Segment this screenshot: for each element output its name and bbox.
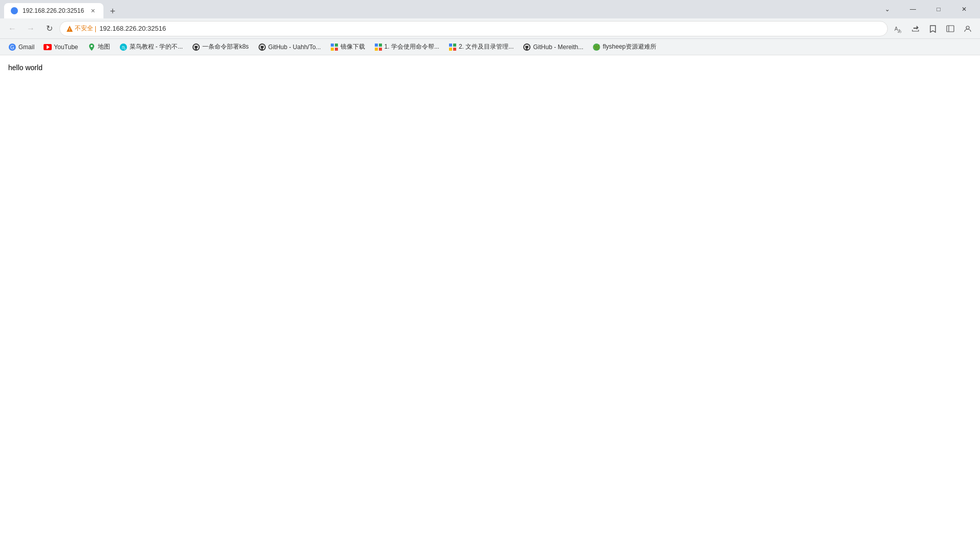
reload-button[interactable]: ↻ xyxy=(41,20,57,37)
toolbar-right-actions: A あ xyxy=(890,20,976,37)
bookmark-github2-label: GitHub - Uahh/To... xyxy=(268,44,321,51)
active-tab[interactable]: 192.168.226.20:32516 ✕ xyxy=(4,3,103,18)
bookmark-github2[interactable]: GitHub - Uahh/To... xyxy=(254,41,325,53)
bookmark-learn2-label: 2. 文件及目录管理... xyxy=(459,42,514,51)
svg-rect-20 xyxy=(375,44,378,47)
svg-text:G: G xyxy=(10,45,14,50)
svg-point-11 xyxy=(91,45,93,47)
svg-rect-17 xyxy=(335,44,338,47)
bookmarks-bar: G Gmail YouTube 地图 鸟 xyxy=(0,39,980,55)
cainiao-icon: 鸟 xyxy=(119,43,127,51)
bookmark-github3[interactable]: GitHub - Mereith... xyxy=(519,41,587,53)
svg-text:🌿: 🌿 xyxy=(593,44,600,51)
svg-rect-22 xyxy=(375,48,378,51)
forward-button[interactable]: → xyxy=(23,20,39,37)
svg-text:あ: あ xyxy=(898,29,902,33)
bookmark-youtube-label: YouTube xyxy=(54,44,78,51)
bookmark-github1-label: 一条命令部署k8s xyxy=(202,42,249,51)
close-button[interactable]: ✕ xyxy=(952,0,976,18)
security-label: 不安全 xyxy=(75,24,93,33)
svg-rect-18 xyxy=(331,48,334,51)
bookmark-mirror[interactable]: 镜像下载 xyxy=(326,40,369,53)
svg-text:鸟: 鸟 xyxy=(121,46,125,50)
svg-text:!: ! xyxy=(69,27,71,32)
learn1-icon xyxy=(374,43,382,51)
window-controls: ⌄ — □ ✕ xyxy=(876,0,976,18)
svg-rect-24 xyxy=(449,44,452,47)
github3-icon xyxy=(523,43,531,51)
bookmark-learn2[interactable]: 2. 文件及目录管理... xyxy=(444,40,518,53)
sidebar-button[interactable] xyxy=(942,20,958,37)
svg-point-6 xyxy=(966,26,969,29)
maps-icon xyxy=(88,43,96,51)
bookmark-gmail[interactable]: G Gmail xyxy=(4,41,38,53)
bookmark-github1[interactable]: 一条命令部署k8s xyxy=(188,40,253,53)
svg-rect-16 xyxy=(331,44,334,47)
svg-point-0 xyxy=(11,7,18,14)
tab-close-button[interactable]: ✕ xyxy=(88,6,97,15)
bookmark-cainiao[interactable]: 鸟 菜鸟教程 - 学的不... xyxy=(115,40,187,53)
bookmark-mirror-label: 镜像下载 xyxy=(340,42,365,51)
bookmark-learn1[interactable]: 1. 学会使用命令帮... xyxy=(370,40,443,53)
share-button[interactable] xyxy=(907,20,924,37)
tab-strip: 192.168.226.20:32516 ✕ + xyxy=(4,0,874,18)
bookmark-cainiao-label: 菜鸟教程 - 学的不... xyxy=(130,42,183,51)
url-text: 192.168.226.20:32516 xyxy=(99,25,881,32)
svg-rect-26 xyxy=(449,48,452,51)
security-warning-icon: ! 不安全 | xyxy=(66,24,96,33)
bookmark-flysheep[interactable]: 🌿 flysheep资源避难所 xyxy=(588,40,661,53)
translate-button[interactable]: A あ xyxy=(890,20,906,37)
page-hello-text: hello world xyxy=(8,63,42,72)
learn2-icon xyxy=(449,43,457,51)
url-separator: | xyxy=(95,25,96,32)
bookmark-maps-label: 地图 xyxy=(98,42,110,51)
svg-rect-23 xyxy=(379,48,382,51)
bookmark-gmail-label: Gmail xyxy=(18,44,34,51)
bookmark-youtube[interactable]: YouTube xyxy=(39,41,82,53)
bookmark-maps[interactable]: 地图 xyxy=(83,40,114,53)
new-tab-button[interactable]: + xyxy=(105,4,120,18)
account-button[interactable] xyxy=(960,20,976,37)
svg-rect-27 xyxy=(453,48,456,51)
toolbar: ← → ↻ ! 不安全 | 192.168.226.20:32516 A あ xyxy=(0,18,980,39)
address-bar[interactable]: ! 不安全 | 192.168.226.20:32516 xyxy=(59,21,888,36)
bookmark-github3-label: GitHub - Mereith... xyxy=(533,44,583,51)
svg-rect-25 xyxy=(453,44,456,47)
bookmark-learn1-label: 1. 学会使用命令帮... xyxy=(385,42,439,51)
github1-icon xyxy=(192,43,200,51)
bookmark-flysheep-label: flysheep资源避难所 xyxy=(603,42,656,51)
bookmark-button[interactable] xyxy=(925,20,941,37)
github2-icon xyxy=(258,43,266,51)
svg-rect-21 xyxy=(379,44,382,47)
svg-rect-19 xyxy=(335,48,338,51)
youtube-icon xyxy=(44,43,52,51)
page-content: hello world xyxy=(0,55,980,553)
flysheep-icon: 🌿 xyxy=(592,43,601,51)
chevron-down-button[interactable]: ⌄ xyxy=(876,0,899,18)
maximize-button[interactable]: □ xyxy=(927,0,950,18)
tab-title: 192.168.226.20:32516 xyxy=(23,7,84,14)
gmail-icon: G xyxy=(8,43,16,51)
titlebar: 192.168.226.20:32516 ✕ + ⌄ — □ ✕ xyxy=(0,0,980,18)
svg-rect-4 xyxy=(947,26,954,32)
mirror-icon xyxy=(330,43,338,51)
tab-favicon xyxy=(10,7,18,15)
minimize-button[interactable]: — xyxy=(901,0,925,18)
back-button[interactable]: ← xyxy=(4,20,20,37)
